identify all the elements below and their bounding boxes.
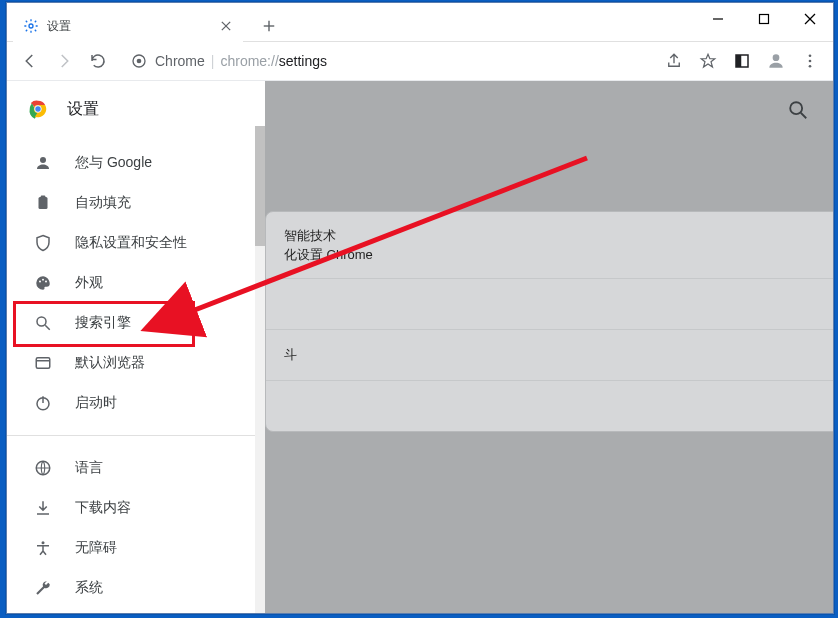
sidebar-title: 设置 [67,99,99,120]
sidebar-scrollbar[interactable] [255,126,265,613]
sync-row-text: 智能技术 化设置 Chrome [284,226,373,265]
sidebar-list: 您与 Google 自动填充 隐私设置和安全性 外观 [7,137,265,608]
download-icon [33,498,53,518]
clipboard-icon [33,193,53,213]
tab-title: 设置 [47,18,71,35]
sidebar-item-appearance[interactable]: 外观 [7,263,265,303]
settings-main-pane: 智能技术 化设置 Chrome 开启同步功能... ▸ 斗 ▸ [265,81,833,613]
shield-icon [33,233,53,253]
sidebar-item-autofill[interactable]: 自动填充 [7,183,265,223]
svg-rect-22 [41,196,46,199]
sidebar-item-label: 隐私设置和安全性 [75,234,187,252]
tab-strip: 设置 [13,9,283,43]
profile-button[interactable] [759,44,793,78]
menu-button[interactable] [793,44,827,78]
sidebar-item-label: 自动填充 [75,194,131,212]
svg-rect-12 [736,55,741,67]
sidebar-item-default-browser[interactable]: 默认浏览器 [7,343,265,383]
palette-icon [33,273,53,293]
svg-point-10 [137,59,142,64]
settings-card: 智能技术 化设置 Chrome 开启同步功能... ▸ 斗 ▸ [265,211,833,432]
sidebar-item-search-engine[interactable]: 搜索引擎 [7,303,265,343]
wrench-icon [33,578,53,598]
settings-sidebar: 设置 您与 Google 自动填充 隐私设置和安全性 [7,81,265,613]
settings-search-button[interactable] [787,99,811,123]
sidebar-item-system[interactable]: 系统 [7,568,265,608]
svg-point-16 [809,65,812,68]
content-area: 设置 您与 Google 自动填充 隐私设置和安全性 [7,81,833,613]
power-icon [33,393,53,413]
share-button[interactable] [657,44,691,78]
svg-point-34 [790,102,802,114]
chrome-page-icon [131,53,147,69]
sidebar-item-label: 语言 [75,459,103,477]
chrome-logo-icon [27,98,49,120]
minimize-button[interactable] [695,3,741,35]
svg-point-4 [29,24,33,28]
forward-button[interactable] [47,44,81,78]
svg-point-25 [45,281,47,283]
svg-point-26 [37,317,46,326]
reload-button[interactable] [81,44,115,78]
svg-point-15 [809,60,812,63]
sidebar-item-privacy[interactable]: 隐私设置和安全性 [7,223,265,263]
svg-point-13 [773,54,780,61]
card-row-4[interactable]: ▸ [266,381,833,431]
sidebar-item-label: 系统 [75,579,103,597]
browser-icon [33,353,53,373]
sidebar-item-label: 下载内容 [75,499,131,517]
search-icon [33,313,53,333]
maximize-button[interactable] [741,3,787,35]
url-text: Chrome|chrome://settings [155,53,327,69]
sidebar-item-downloads[interactable]: 下载内容 [7,488,265,528]
sidebar-item-label: 搜索引擎 [75,314,131,332]
sidebar-item-label: 默认浏览器 [75,354,145,372]
svg-point-24 [42,279,44,281]
svg-line-27 [45,325,50,330]
address-bar[interactable]: Chrome|chrome://settings [121,46,651,76]
person-icon [33,153,53,173]
sync-row: 智能技术 化设置 Chrome 开启同步功能... [266,212,833,279]
sidebar-item-label: 外观 [75,274,103,292]
gear-icon [23,18,39,34]
window-controls [695,3,833,35]
sidebar-item-label: 无障碍 [75,539,117,557]
close-window-button[interactable] [787,3,833,35]
sidebar-item-label: 启动时 [75,394,117,412]
globe-icon [33,458,53,478]
sidebar-header: 设置 [7,81,265,137]
sidebar-separator [7,435,265,436]
toolbar: Chrome|chrome://settings [7,41,833,81]
reading-list-button[interactable] [725,44,759,78]
svg-rect-1 [760,15,769,24]
tab-settings[interactable]: 设置 [13,9,243,43]
bookmark-button[interactable] [691,44,725,78]
sidebar-item-languages[interactable]: 语言 [7,448,265,488]
accessibility-icon [33,538,53,558]
svg-point-14 [809,54,812,57]
sidebar-item-accessibility[interactable]: 无障碍 [7,528,265,568]
svg-rect-21 [39,197,48,209]
svg-line-35 [801,113,807,119]
svg-rect-28 [36,358,50,369]
chrome-window: 设置 [6,2,834,614]
svg-point-23 [39,281,41,283]
back-button[interactable] [13,44,47,78]
sidebar-item-label: 您与 Google [75,154,152,172]
desktop: 设置 [0,0,838,618]
svg-point-20 [40,157,46,163]
card-row-label: 斗 [284,346,297,364]
toolbar-right [657,44,827,78]
new-tab-button[interactable] [255,12,283,40]
sidebar-item-on-startup[interactable]: 启动时 [7,383,265,423]
tab-close-button[interactable] [217,17,235,35]
sidebar-item-you-and-google[interactable]: 您与 Google [7,143,265,183]
sidebar-scrollbar-thumb[interactable] [255,126,265,246]
svg-point-33 [42,541,45,544]
card-row-2[interactable]: ▸ [266,279,833,330]
card-row-3[interactable]: 斗 ▸ [266,330,833,381]
